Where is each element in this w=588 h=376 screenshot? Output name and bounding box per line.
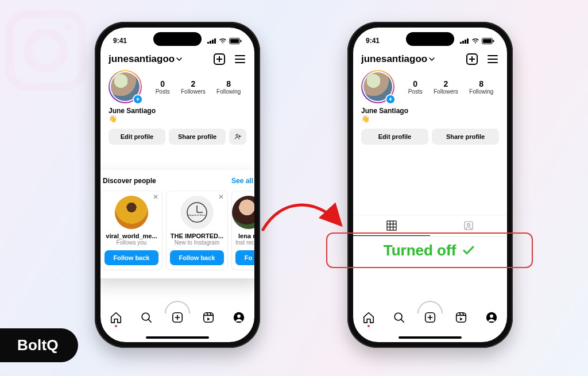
nav-create[interactable] [424,311,436,324]
add-person-icon [234,133,242,141]
hamburger-icon [235,55,245,63]
add-story-icon: + [133,94,143,104]
stat-followers[interactable]: 2 Followers [434,79,458,95]
discover-people-button[interactable] [229,129,246,145]
search-icon [140,311,153,324]
stat-following-count: 8 [216,79,241,88]
notification-dot [368,325,370,327]
edit-profile-button[interactable]: Edit profile [361,129,428,145]
svg-rect-17 [203,313,213,323]
display-name: June Santiago [353,103,507,115]
nav-create[interactable] [171,311,184,324]
stat-following-count: 8 [469,79,493,88]
reels-icon [202,311,215,324]
stat-followers-count: 2 [181,79,206,88]
follow-back-button-1[interactable]: Follow back [105,250,158,265]
turned-off-callout: Turned off [326,232,533,268]
svg-rect-1 [210,41,211,44]
discover-avatar-2[interactable]: Imported Store [180,196,214,229]
create-post-button[interactable] [466,53,478,65]
status-indicators [207,38,242,44]
profile-icon [485,311,498,324]
grid-icon [386,220,397,231]
profile-summary: + 0 Posts 2 Followers 8 Following [353,70,507,103]
svg-point-22 [237,315,241,318]
follow-back-button-2[interactable]: Follow back [170,250,224,265]
plus-square-icon [171,311,184,324]
stat-posts-label: Posts [156,88,170,95]
home-icon [362,311,375,324]
discover-avatar-1[interactable] [115,196,148,229]
svg-rect-25 [465,40,466,44]
svg-point-7 [236,134,238,137]
check-icon [462,243,475,257]
search-icon [393,311,405,324]
dynamic-island [153,32,202,46]
background-instagram-icon [6,10,86,91]
stat-posts-label: Posts [408,88,423,95]
chevron-down-icon [176,56,182,62]
stat-following[interactable]: 8 Following [216,79,241,95]
svg-rect-26 [467,38,469,44]
signal-icon [207,38,216,44]
phone-left: 9:41 junesantiagoo + [95,22,260,348]
stat-following-label: Following [216,88,241,95]
chevron-down-icon [429,56,435,62]
discover-sub-2: New to Instagram [170,239,224,246]
profile-header: junesantiagoo [100,51,254,70]
nav-profile[interactable] [233,311,245,324]
discover-card-row[interactable]: ✕ viral_world_me... Follows you Follow b… [100,191,254,270]
discover-name-2: THE IMPORTED... [170,232,224,239]
create-post-button[interactable] [213,53,226,65]
wifi-icon [219,38,227,44]
nav-profile[interactable] [485,311,498,324]
plus-square-icon [466,53,478,65]
stat-following[interactable]: 8 Following [469,79,493,95]
profile-icon [233,311,245,324]
discover-card-1: ✕ viral_world_me... Follows you Follow b… [100,191,163,270]
bio: 👋 [100,115,254,123]
username-dropdown[interactable]: junesantiagoo [361,53,435,65]
discover-avatar-3[interactable] [232,196,255,229]
nav-home[interactable] [110,311,122,324]
svg-point-47 [490,315,493,318]
nav-reels[interactable] [455,311,467,324]
signal-icon [460,38,469,44]
username-dropdown[interactable]: junesantiagoo [109,53,182,65]
brand-badge: BoltQ [0,328,78,362]
stat-posts[interactable]: 0 Posts [408,79,423,95]
wifi-icon [471,38,479,44]
nav-reels[interactable] [202,311,215,324]
follow-button-3[interactable]: Fo [235,250,254,265]
discover-name-1: viral_world_me... [105,232,158,239]
stat-followers[interactable]: 2 Followers [181,79,206,95]
nav-search[interactable] [393,311,405,324]
share-profile-button[interactable]: Share profile [432,129,499,145]
battery-icon [482,38,494,44]
avatar-add-story[interactable]: + [361,70,394,103]
avatar-add-story[interactable]: + [109,70,142,103]
edit-profile-button[interactable]: Edit profile [109,129,165,145]
close-icon[interactable]: ✕ [218,193,224,200]
see-all-link[interactable]: See all [231,177,253,185]
phone-right-screen: 9:41 junesantiagoo + [353,28,507,342]
discover-title: Discover people [103,177,156,185]
profile-actions: Edit profile Share profile [100,123,254,152]
status-time: 9:41 [113,37,127,45]
svg-rect-6 [241,40,242,42]
menu-button[interactable] [234,53,246,65]
stat-posts-count: 0 [156,79,170,88]
stat-posts-count: 0 [408,79,423,88]
nav-home[interactable] [362,311,375,324]
phone-left-screen: 9:41 junesantiagoo + [100,28,254,342]
share-profile-button[interactable]: Share profile [169,129,226,145]
svg-rect-35 [465,222,473,230]
close-icon[interactable]: ✕ [153,193,158,200]
stat-posts[interactable]: 0 Posts [156,79,170,95]
svg-text:Imported Store: Imported Store [188,214,206,216]
home-indicator [146,336,209,339]
menu-button[interactable] [486,53,499,65]
stat-followers-label: Followers [434,88,458,95]
dynamic-island [406,32,454,46]
nav-search[interactable] [140,311,153,324]
